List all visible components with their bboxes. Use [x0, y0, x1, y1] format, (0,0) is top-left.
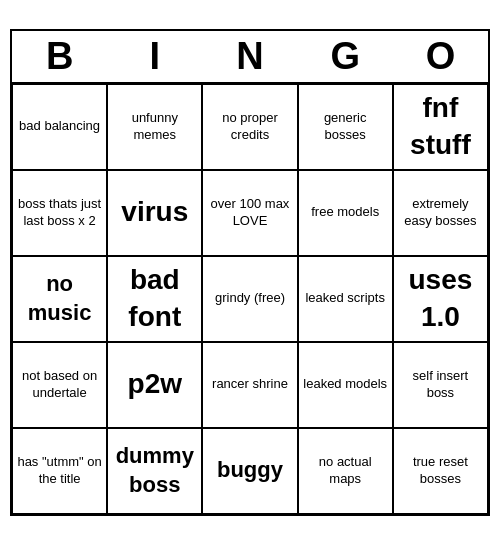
- bingo-cell-1[interactable]: unfunny memes: [107, 84, 202, 170]
- bingo-cell-19[interactable]: self insert boss: [393, 342, 488, 428]
- header-letter-n: N: [202, 35, 297, 78]
- bingo-cell-7[interactable]: over 100 max LOVE: [202, 170, 297, 256]
- bingo-cell-14[interactable]: uses 1.0: [393, 256, 488, 342]
- bingo-cell-13[interactable]: leaked scripts: [298, 256, 393, 342]
- bingo-cell-6[interactable]: virus: [107, 170, 202, 256]
- bingo-cell-21[interactable]: dummy boss: [107, 428, 202, 514]
- bingo-cell-22[interactable]: buggy: [202, 428, 297, 514]
- bingo-cell-8[interactable]: free models: [298, 170, 393, 256]
- bingo-cell-2[interactable]: no proper credits: [202, 84, 297, 170]
- bingo-cell-4[interactable]: fnf stuff: [393, 84, 488, 170]
- header-letter-i: I: [107, 35, 202, 78]
- bingo-cell-16[interactable]: p2w: [107, 342, 202, 428]
- bingo-cell-23[interactable]: no actual maps: [298, 428, 393, 514]
- bingo-cell-12[interactable]: grindy (free): [202, 256, 297, 342]
- header-letter-b: B: [12, 35, 107, 78]
- bingo-cell-3[interactable]: generic bosses: [298, 84, 393, 170]
- header-letter-o: O: [393, 35, 488, 78]
- bingo-cell-5[interactable]: boss thats just last boss x 2: [12, 170, 107, 256]
- bingo-cell-20[interactable]: has "utmm" on the title: [12, 428, 107, 514]
- bingo-cell-11[interactable]: bad font: [107, 256, 202, 342]
- bingo-cell-24[interactable]: true reset bosses: [393, 428, 488, 514]
- bingo-grid: bad balancingunfunny memesno proper cred…: [10, 82, 490, 516]
- bingo-header: B I N G O: [10, 29, 490, 82]
- bingo-card: B I N G O bad balancingunfunny memesno p…: [10, 29, 490, 516]
- header-letter-g: G: [298, 35, 393, 78]
- bingo-cell-9[interactable]: extremely easy bosses: [393, 170, 488, 256]
- bingo-cell-18[interactable]: leaked models: [298, 342, 393, 428]
- bingo-cell-17[interactable]: rancer shrine: [202, 342, 297, 428]
- bingo-cell-0[interactable]: bad balancing: [12, 84, 107, 170]
- bingo-cell-10[interactable]: no music: [12, 256, 107, 342]
- bingo-cell-15[interactable]: not based on undertale: [12, 342, 107, 428]
